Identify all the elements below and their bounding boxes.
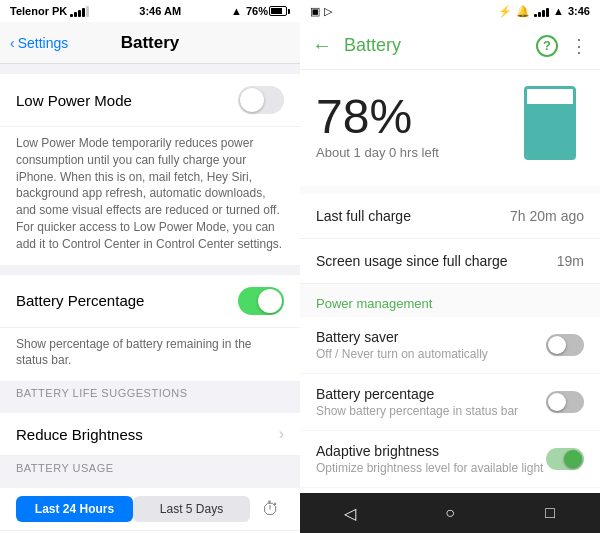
android-adaptive-brightness-thumb bbox=[564, 450, 582, 468]
ios-battery-tip bbox=[288, 9, 290, 14]
android-help-icon[interactable]: ? bbox=[536, 35, 558, 57]
ios-tab-5d[interactable]: Last 5 Days bbox=[133, 496, 250, 522]
signal-bar-5 bbox=[86, 6, 89, 17]
android-nav-back[interactable]: ◁ bbox=[338, 501, 362, 525]
ios-tab-24h[interactable]: Last 24 Hours bbox=[16, 496, 133, 522]
android-battery-tip bbox=[541, 86, 559, 89]
android-battery-percent: 78% bbox=[316, 93, 439, 141]
android-wifi-icon: ▲ bbox=[553, 5, 564, 17]
ios-reduce-brightness-card: Reduce Brightness › bbox=[0, 413, 300, 456]
ios-battery-pct-thumb bbox=[258, 289, 282, 313]
android-power-mgmt-header: Power management bbox=[300, 284, 600, 317]
android-more-icon[interactable]: ⋮ bbox=[570, 35, 588, 57]
ios-low-power-toggle[interactable] bbox=[238, 86, 284, 114]
ios-battery-pct: 76% bbox=[246, 5, 268, 17]
ios-low-power-row: Low Power Mode bbox=[0, 74, 300, 127]
ios-back-chevron: ‹ bbox=[10, 35, 15, 51]
android-adaptive-brightness-toggle[interactable] bbox=[546, 448, 584, 470]
ios-wifi-icon: ▲ bbox=[231, 5, 242, 17]
ios-content: Low Power Mode Low Power Mode temporaril… bbox=[0, 64, 300, 533]
android-time: 3:46 bbox=[568, 5, 590, 17]
android-toolbar-title: Battery bbox=[344, 35, 536, 56]
android-battery-saver-thumb bbox=[548, 336, 566, 354]
ios-clock-icon[interactable]: ⏱ bbox=[258, 496, 284, 522]
ios-page-title: Battery bbox=[121, 33, 180, 53]
ios-low-power-description: Low Power Mode temporarily reduces power… bbox=[0, 127, 300, 265]
android-battery-icon bbox=[524, 86, 584, 166]
a-signal-2 bbox=[538, 12, 541, 17]
android-status-bar: ▣ ▷ ⚡ 🔔 ▲ 3:46 bbox=[300, 0, 600, 22]
android-last-charge-row: Last full charge 7h 20m ago bbox=[300, 194, 600, 239]
android-battery-saver-subtitle: Off / Never turn on automatically bbox=[316, 347, 546, 361]
ios-reduce-brightness-chevron: › bbox=[279, 425, 284, 443]
android-adaptive-brightness-row: Adaptive brightness Optimize brightness … bbox=[300, 431, 600, 488]
android-nav-home[interactable]: ○ bbox=[438, 501, 462, 525]
android-panel: ▣ ▷ ⚡ 🔔 ▲ 3:46 ← Battery ? ⋮ bbox=[300, 0, 600, 533]
android-adaptive-brightness-title: Adaptive brightness bbox=[316, 443, 546, 459]
ios-battery-pct-label: Battery Percentage bbox=[16, 292, 144, 309]
android-battery-pct-title: Battery percentage bbox=[316, 386, 546, 402]
android-battery-header: 78% About 1 day 0 hrs left bbox=[300, 70, 600, 186]
a-signal-3 bbox=[542, 10, 545, 17]
android-nav-bar: ◁ ○ □ bbox=[300, 493, 600, 533]
android-screen-usage-row: Screen usage since full charge 19m bbox=[300, 239, 600, 284]
ios-battery-pct-row: Battery Percentage bbox=[0, 275, 300, 328]
ios-usage-tabs: Last 24 Hours Last 5 Days ⏱ bbox=[0, 488, 300, 531]
android-battery-info: 78% About 1 day 0 hrs left bbox=[316, 93, 439, 160]
ios-status-bar: Telenor PK 3:46 AM ▲ 76% bbox=[0, 0, 300, 22]
ios-battery-pct-card: Battery Percentage Show percentage of ba… bbox=[0, 275, 300, 382]
android-battery-pct-subtitle: Show battery percentage in status bar bbox=[316, 404, 546, 418]
android-adaptive-brightness-text: Adaptive brightness Optimize brightness … bbox=[316, 443, 546, 475]
ios-battery: 76% bbox=[246, 5, 290, 17]
android-toolbar-actions: ? ⋮ bbox=[536, 35, 588, 57]
android-content: 78% About 1 day 0 hrs left Last full cha… bbox=[300, 70, 600, 493]
ios-time: 3:46 AM bbox=[139, 5, 181, 17]
ios-low-power-label: Low Power Mode bbox=[16, 92, 132, 109]
ios-reduce-brightness-row[interactable]: Reduce Brightness › bbox=[0, 413, 300, 456]
ios-back-label: Settings bbox=[18, 35, 69, 51]
ios-low-power-thumb bbox=[240, 88, 264, 112]
signal-bar-1 bbox=[70, 14, 73, 17]
ios-back-button[interactable]: ‹ Settings bbox=[10, 35, 68, 51]
android-screen-usage-value: 19m bbox=[557, 253, 584, 269]
android-last-charge-label: Last full charge bbox=[316, 208, 411, 224]
android-battery-pct-row: Battery percentage Show battery percenta… bbox=[300, 374, 600, 431]
android-nav-recent[interactable]: □ bbox=[538, 501, 562, 525]
android-battery-body bbox=[524, 86, 576, 160]
ios-panel: Telenor PK 3:46 AM ▲ 76% ‹ Se bbox=[0, 0, 300, 533]
ios-battery-usage-header: Battery Usage bbox=[0, 456, 300, 478]
ios-carrier: Telenor PK bbox=[10, 5, 67, 17]
a-signal-1 bbox=[534, 14, 537, 17]
ios-status-left: Telenor PK bbox=[10, 5, 89, 17]
android-status-left-icons: ▣ ▷ bbox=[310, 5, 332, 18]
ios-nav-bar: ‹ Settings Battery bbox=[0, 22, 300, 64]
signal-bar-3 bbox=[78, 10, 81, 17]
ios-battery-pct-toggle[interactable] bbox=[238, 287, 284, 315]
android-battery-pct-text: Battery percentage Show battery percenta… bbox=[316, 386, 546, 418]
ios-usage-card: Last 24 Hours Last 5 Days ⏱ 9 9GAG 17% f… bbox=[0, 488, 300, 533]
ios-battery-pct-description: Show percentage of battery remaining in … bbox=[0, 328, 300, 382]
android-notification-icon: ▣ bbox=[310, 5, 320, 18]
android-battery-fill bbox=[527, 104, 573, 157]
ios-signal-bars bbox=[70, 5, 89, 17]
android-battery-saver-toggle[interactable] bbox=[546, 334, 584, 356]
android-battery-time: About 1 day 0 hrs left bbox=[316, 145, 439, 160]
android-back-button[interactable]: ← bbox=[312, 34, 332, 57]
signal-bar-4 bbox=[82, 8, 85, 17]
android-battery-pct-thumb bbox=[548, 393, 566, 411]
ios-low-power-card: Low Power Mode Low Power Mode temporaril… bbox=[0, 74, 300, 265]
android-battery-saver-row: Battery saver Off / Never turn on automa… bbox=[300, 317, 600, 374]
a-signal-4 bbox=[546, 8, 549, 17]
ios-reduce-brightness-label: Reduce Brightness bbox=[16, 426, 143, 443]
android-signal-bars bbox=[534, 5, 549, 17]
android-toolbar: ← Battery ? ⋮ bbox=[300, 22, 600, 70]
android-battery-pct-toggle[interactable] bbox=[546, 391, 584, 413]
android-status-right-icons: ⚡ 🔔 ▲ 3:46 bbox=[498, 5, 590, 18]
ios-battery-fill bbox=[271, 8, 282, 14]
ios-battery-life-header: Battery Life Suggestions bbox=[0, 381, 300, 403]
ios-status-right: ▲ 76% bbox=[231, 5, 290, 17]
android-last-charge-value: 7h 20m ago bbox=[510, 208, 584, 224]
signal-bar-2 bbox=[74, 12, 77, 17]
ios-battery-body bbox=[269, 6, 287, 16]
android-battery-saver-title: Battery saver bbox=[316, 329, 546, 345]
